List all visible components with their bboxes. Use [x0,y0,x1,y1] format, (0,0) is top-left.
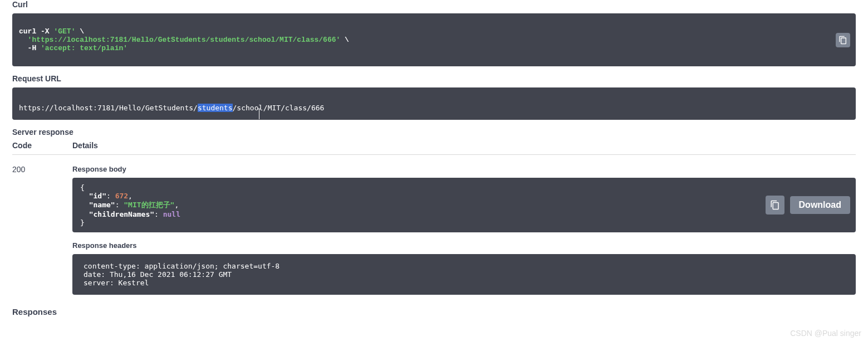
response-body-block: { "id": 672, "name": "MIT的扛把子", "childre… [72,178,856,232]
curl-bs1: \ [75,27,84,36]
details-column-header: Details [72,141,98,150]
url-highlight: students [198,104,233,112]
json-children-key: "childrenNames" [89,210,154,218]
response-row: 200 Response body { "id": 672, "name": "… [12,155,856,301]
curl-bs2: \ [340,36,349,44]
url-pre: https://localhost:7181/Hello/GetStudents… [19,104,198,112]
curl-code-block: curl -X 'GET' \ 'https://localhost:7181/… [12,13,856,66]
curl-cmd: curl [19,27,36,36]
request-url-block: https://localhost:7181/Hello/GetStudents… [12,87,856,120]
response-header-row: Code Details [12,141,856,155]
copy-response-button[interactable] [766,196,784,215]
url-post2: /MIT/class/666 [263,104,325,112]
clipboard-icon [838,36,847,45]
responses-label: Responses [12,307,856,316]
curl-flag-h: -H [28,44,37,52]
json-id-val: 672 [115,192,128,200]
json-name-key: "name" [89,201,115,209]
url-post1: /schoo [233,104,259,112]
server-response-label: Server response [12,128,856,137]
request-url-label: Request URL [12,74,856,83]
code-column-header: Code [12,141,72,150]
json-children-val: null [163,210,180,218]
curl-method: 'GET' [53,27,75,36]
response-body-label: Response body [72,165,856,173]
response-headers-label: Response headers [72,241,856,250]
curl-accept: 'accept: text/plain' [41,44,127,52]
curl-flag-x: -X [41,27,50,36]
clipboard-icon [770,200,780,210]
response-code: 200 [12,165,72,301]
curl-label: Curl [12,0,856,9]
curl-url: 'https://localhost:7181/Hello/GetStudent… [28,36,341,44]
response-table: Code Details 200 Response body { "id": 6… [12,141,856,301]
json-id-key: "id" [89,192,106,200]
response-headers-block: content-type: application/json; charset=… [72,254,856,295]
copy-curl-button[interactable] [836,33,850,47]
download-button[interactable]: Download [790,196,850,214]
json-name-val: "MIT的扛把子" [124,201,174,209]
